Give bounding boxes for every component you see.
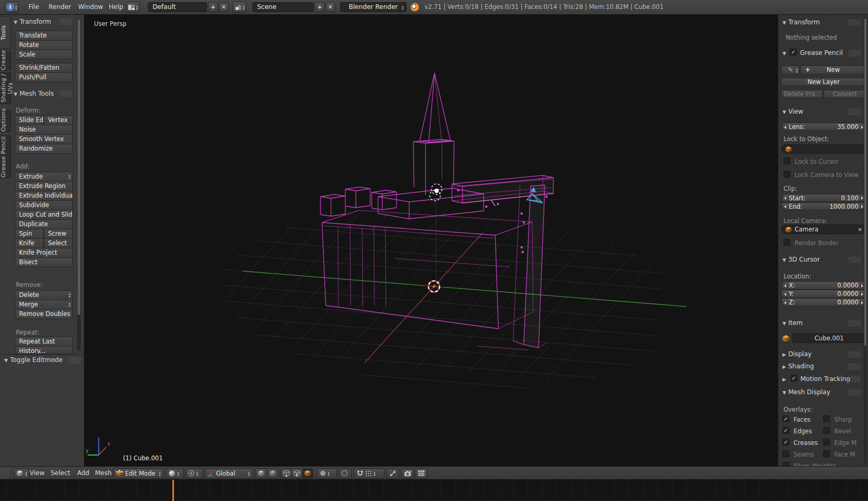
slide-edge-button[interactable]: Slide Ed (15, 115, 44, 125)
screen-layout-browse-button[interactable]: ▴▾ (126, 2, 140, 13)
timeline-region[interactable] (0, 480, 868, 501)
render-opengl-button[interactable] (401, 468, 414, 479)
panel-drag-grip[interactable] (848, 363, 861, 370)
proportional-edit-dropdown[interactable] (339, 468, 352, 479)
tab-tools[interactable]: Tools (0, 16, 11, 49)
panel-header-transform[interactable]: ▼Transform (782, 18, 820, 26)
face-select-button-active[interactable] (302, 468, 313, 479)
clip-end-slider[interactable]: End:1000.000 (781, 202, 866, 210)
item-name-field[interactable]: Cube.001 (792, 333, 866, 343)
knife-select-button[interactable]: Select (44, 238, 73, 248)
scrollbar-thumb[interactable] (78, 19, 80, 315)
menu-window[interactable]: Window (76, 0, 105, 14)
vertex-select-button[interactable] (281, 468, 292, 479)
smooth-vertex-button[interactable]: Smooth Vertex (15, 134, 73, 144)
panel-header-grease-pencil[interactable]: ▼ (782, 49, 788, 57)
panel-drag-grip[interactable] (59, 18, 72, 25)
overlay-creases-checkbox[interactable]: ✓ (782, 439, 789, 446)
history-button[interactable]: History... (15, 346, 73, 354)
repeat-last-button[interactable]: Repeat Last (15, 337, 73, 347)
panel-header-view[interactable]: ▼View (782, 108, 803, 115)
panel-drag-grip[interactable] (848, 376, 861, 383)
3d-cursor[interactable] (424, 277, 444, 296)
subdivide-button[interactable]: Subdivide (15, 200, 73, 210)
convert-button[interactable]: Convert (824, 90, 866, 98)
snap-peel-button[interactable] (386, 468, 399, 479)
menu-file[interactable]: File (26, 0, 41, 14)
delete-frame-button[interactable]: Delete Fra... (781, 90, 823, 98)
panel-header-shading[interactable]: ▶Shading (782, 363, 814, 370)
pivot-point-dropdown[interactable]: ▴▾ (185, 468, 203, 479)
n-panel-scrollbar[interactable] (864, 17, 867, 463)
menu-mesh[interactable]: Mesh (93, 467, 114, 480)
extrude-dropdown[interactable]: Extrude▴▾ (15, 172, 73, 182)
spin-button[interactable]: Spin (15, 229, 44, 239)
delete-dropdown[interactable]: Delete▴▾ (15, 290, 73, 300)
overlay-edges-checkbox[interactable]: ✓ (782, 427, 789, 434)
panel-drag-grip[interactable] (848, 320, 861, 327)
scene-name-field[interactable]: Scene (252, 2, 314, 12)
merge-dropdown[interactable]: Merge▴▾ (15, 300, 73, 310)
knife-project-button[interactable]: Knife Project (15, 248, 73, 258)
panel-drag-grip[interactable] (848, 256, 861, 263)
delete-scene-button[interactable]: ✕ (325, 2, 335, 12)
knife-button[interactable]: Knife (15, 238, 44, 248)
menu-select[interactable]: Select (49, 467, 72, 480)
grease-pencil-checkbox[interactable]: ✓ (790, 49, 797, 55)
panel-drag-grip[interactable] (848, 108, 861, 115)
lock-to-cursor-checkbox[interactable]: ✓ (784, 157, 790, 164)
panel-drag-grip[interactable] (848, 389, 861, 396)
tab-shading-uvs[interactable]: Shading / UVs (0, 72, 11, 104)
screen-layout-name-field[interactable]: Default (148, 2, 207, 12)
cursor-x-slider[interactable]: X:0.0000 (781, 281, 866, 290)
motion-tracking-checkbox[interactable]: ✓ (790, 375, 797, 382)
panel-header-display[interactable]: ▶Display (782, 350, 812, 358)
editor-type-info-button[interactable]: i ▴▾ (4, 2, 19, 13)
new-layer-button[interactable]: New Layer (781, 78, 866, 86)
panel-drag-grip[interactable] (848, 351, 861, 358)
overlay-edge-m-checkbox[interactable]: ✓ (823, 439, 830, 446)
scrollbar-thumb[interactable] (864, 18, 866, 346)
remove-doubles-button[interactable]: Remove Doubles (15, 309, 73, 319)
panel-drag-grip[interactable] (69, 357, 81, 364)
delete-layout-button[interactable]: ✕ (219, 2, 229, 12)
menu-render[interactable]: Render (46, 0, 73, 14)
panel-header-mesh-tools[interactable]: ▼Mesh Tools (14, 90, 54, 97)
grease-pencil-title[interactable]: Grease Pencil (800, 49, 843, 57)
push-pull-button[interactable]: Push/Pull (15, 72, 73, 82)
randomize-button[interactable]: Randomize (15, 144, 73, 154)
transform-orientation-dropdown[interactable]: Global ▴▾ (204, 468, 253, 479)
extrude-individual-button[interactable]: Extrude Individual (15, 191, 73, 201)
loop-cut-slide-button[interactable]: Loop Cut and Slide (15, 210, 73, 220)
cursor-z-slider[interactable]: Z:0.0000 (781, 298, 866, 307)
manipulator-toggle-button[interactable] (255, 468, 267, 479)
menu-add[interactable]: Add (75, 467, 91, 480)
overlay-seams-checkbox[interactable]: ✓ (782, 450, 789, 457)
region-corner-grip[interactable] (1, 469, 10, 478)
overlay-face-m-checkbox[interactable]: ✓ (823, 450, 830, 457)
draw-mode-dropdown[interactable]: ✎▴▾ (781, 66, 799, 75)
slide-vertex-button[interactable]: Vertex (44, 115, 73, 125)
bisect-button[interactable]: Bisect (15, 257, 73, 267)
render-animation-button[interactable] (415, 468, 428, 479)
overlay-faces-checkbox[interactable]: ✓ (782, 415, 789, 422)
occlude-geometry-dropdown[interactable]: ▴▾ (317, 468, 337, 479)
screw-button[interactable]: Screw (44, 229, 73, 239)
menu-view[interactable]: View (27, 467, 46, 480)
grease-new-button[interactable]: +New (800, 66, 866, 75)
shrink-fatten-button[interactable]: Shrink/Fatten (15, 63, 73, 73)
wireframe-edges[interactable] (320, 73, 553, 348)
tab-options[interactable]: Options (0, 110, 11, 132)
panel-header-transform[interactable]: ▼Transform (14, 18, 51, 25)
render-border-checkbox[interactable]: ✓ (784, 239, 790, 246)
show-weights-checkbox[interactable] (782, 462, 789, 466)
3d-viewport-scene[interactable]: y x (84, 15, 778, 466)
panel-drag-grip[interactable] (848, 19, 861, 26)
tab-grease-pencil[interactable]: Grease Pencil (0, 135, 11, 178)
panel-header-toggle-editmode[interactable]: ▼Toggle Editmode (4, 356, 63, 364)
panel-header-mesh-display[interactable]: ▼Mesh Display (782, 388, 831, 396)
motion-tracking-title[interactable]: Motion Tracking (800, 375, 850, 383)
tab-create[interactable]: Create (0, 51, 11, 71)
render-engine-dropdown[interactable]: Blender Render ▴▾ (340, 2, 407, 12)
lens-slider[interactable]: Lens:35.000 (781, 123, 866, 131)
